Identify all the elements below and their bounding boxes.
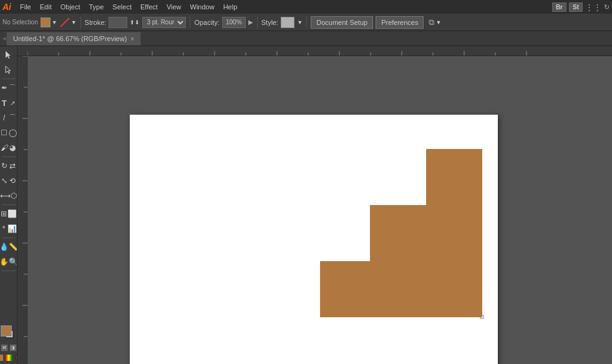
free-transform-tool[interactable]: ⬡ (11, 188, 17, 203)
main-area: ✒ ⌒ T ↗ / ⌒ ☐ ◯ 🖌 ◕ ↻ ⇄ ⤡ (0, 46, 612, 364)
line-tool[interactable]: / (0, 110, 9, 125)
menu-bar: Ai File Edit Object Type Select Effect V… (0, 0, 612, 14)
separator-3 (257, 17, 258, 28)
tool-separator-1 (2, 79, 16, 79)
swap-colors-icon[interactable]: ⇄ (1, 344, 8, 352)
selection-tool[interactable] (1, 47, 16, 62)
symbol-sprayer-tool[interactable]: * (0, 221, 7, 236)
menu-edit[interactable]: Edit (36, 2, 56, 12)
tab-bar: ◀ Untitled-1* @ 66.67% (RGB/Preview) × (0, 31, 612, 46)
color-swatches: ⇄ ◨ ✕ (0, 323, 17, 364)
gradient-mode[interactable] (5, 354, 12, 362)
opacity-label: Opacity: (194, 19, 219, 26)
canvas-area[interactable] (17, 46, 612, 364)
shape-builder-tool[interactable]: ⊞ (0, 206, 7, 221)
reflect-tool[interactable]: ⇄ (9, 158, 17, 173)
color-mode[interactable] (0, 354, 4, 362)
stroke-icon-group: ▼ (60, 17, 77, 27)
fill-swatch[interactable] (1, 325, 12, 337)
menu-window[interactable]: Window (187, 2, 218, 12)
sync-icon[interactable]: ↻ (604, 3, 610, 11)
zoom-tool[interactable]: 🔍 (9, 254, 18, 269)
document-canvas[interactable] (130, 115, 498, 364)
style-swatch[interactable] (281, 17, 294, 28)
touch-type-tool[interactable]: ↗ (9, 95, 17, 110)
measure-tool[interactable]: 📏 (9, 239, 18, 254)
arrange-arrow[interactable]: ▼ (435, 19, 441, 26)
opacity-input[interactable] (222, 17, 246, 28)
stroke-profile-select[interactable]: 3 pt. Round (142, 17, 186, 28)
tab-title: Untitled-1* @ 66.67% (RGB/Preview) (13, 35, 127, 42)
fill-dropdown-arrow[interactable]: ▼ (52, 19, 57, 26)
separator-2 (190, 17, 190, 28)
scale-group: ⤡ ⟲ (0, 173, 17, 188)
menu-type[interactable]: Type (85, 2, 108, 12)
bridge-button[interactable]: Br (552, 2, 566, 12)
menu-help[interactable]: Help (220, 2, 241, 12)
blob-brush-tool[interactable]: ◕ (9, 140, 17, 155)
fill-color-group: ▼ (41, 17, 57, 27)
rotate-tool[interactable]: ↻ (0, 158, 9, 173)
tool-separator-2 (2, 156, 16, 157)
document-setup-button[interactable]: Document Setup (311, 16, 373, 29)
preferences-button[interactable]: Preferences (376, 16, 424, 29)
stroke-width-input[interactable] (109, 17, 127, 28)
stroke-up-down[interactable]: ⬆⬇ (130, 19, 140, 26)
fill-stroke-swatches[interactable] (1, 325, 17, 342)
app-logo: Ai (2, 2, 11, 12)
curvature-tool[interactable]: ⌒ (9, 80, 17, 95)
menu-select[interactable]: Select (109, 2, 135, 12)
pen-tool[interactable]: ✒ (0, 80, 9, 95)
type-tool[interactable]: T (0, 95, 9, 110)
style-label: Style: (261, 19, 279, 26)
horizontal-ruler (17, 46, 612, 56)
staircase-shape (320, 149, 482, 323)
graph-group: * 📊 (0, 221, 17, 236)
svg-marker-29 (320, 149, 482, 317)
opacity-arrow[interactable]: ▶ (248, 19, 253, 26)
separator-4 (306, 17, 307, 28)
options-toolbar: No Selection ▼ ▼ Stroke: ⬆⬇ 3 pt. Round … (0, 14, 612, 31)
arrange-icons: ⧉ ▼ (429, 17, 441, 27)
mini-color-icons: ⇄ ◨ (1, 344, 17, 352)
workspace-switcher[interactable]: ⋮⋮ (585, 2, 601, 12)
document-tab[interactable]: Untitled-1* @ 66.67% (RGB/Preview) × (6, 32, 141, 46)
tool-separator-5 (2, 271, 16, 271)
pen-group: ✒ ⌒ (0, 80, 17, 95)
menu-file[interactable]: File (16, 2, 35, 12)
direct-selection-tool[interactable] (1, 62, 16, 77)
rectangle-tool[interactable]: ☐ (0, 125, 9, 140)
scroll-left[interactable]: ◀ (1, 31, 6, 46)
fill-color-swatch[interactable] (41, 17, 51, 27)
warp-tool[interactable]: ⟲ (9, 173, 17, 188)
scale-tool[interactable]: ⤡ (0, 173, 9, 188)
stock-button[interactable]: St (569, 2, 583, 12)
ellipse-tool[interactable]: ◯ (9, 125, 17, 140)
stroke-icon[interactable] (60, 17, 70, 27)
default-colors-icon[interactable]: ◨ (9, 344, 17, 352)
menu-object[interactable]: Object (57, 2, 84, 12)
type-group: T ↗ (0, 95, 17, 110)
arc-tool[interactable]: ⌒ (9, 110, 17, 125)
graph-tool[interactable]: 📊 (7, 221, 17, 236)
shapebuilder-group: ⊞ ⬜ (0, 206, 17, 221)
hand-tool[interactable]: ✋ (0, 254, 9, 269)
perspective-tool[interactable]: ⬜ (7, 206, 17, 221)
menu-effect[interactable]: Effect (137, 2, 162, 12)
tool-panel: ✒ ⌒ T ↗ / ⌒ ☐ ◯ 🖌 ◕ ↻ ⇄ ⤡ (0, 46, 17, 364)
arrange-icon[interactable]: ⧉ (429, 17, 434, 27)
eyedropper-tool[interactable]: 💧 (0, 239, 9, 254)
menu-view[interactable]: View (163, 2, 185, 12)
width-group: ⟷ ⬡ (0, 188, 17, 203)
selection-label: No Selection (2, 19, 38, 26)
vertical-ruler (17, 56, 27, 364)
tab-close-button[interactable]: × (130, 36, 134, 42)
paintbrush-tool[interactable]: 🖌 (0, 140, 9, 155)
rotate-group: ↻ ⇄ (0, 158, 17, 173)
style-arrow[interactable]: ▼ (297, 19, 303, 26)
width-tool[interactable]: ⟷ (0, 188, 11, 203)
stroke-label: Stroke: (85, 19, 107, 26)
tool-separator-3 (2, 204, 16, 205)
rect-group: ☐ ◯ (0, 125, 17, 140)
stroke-icon-arrow[interactable]: ▼ (71, 19, 77, 26)
